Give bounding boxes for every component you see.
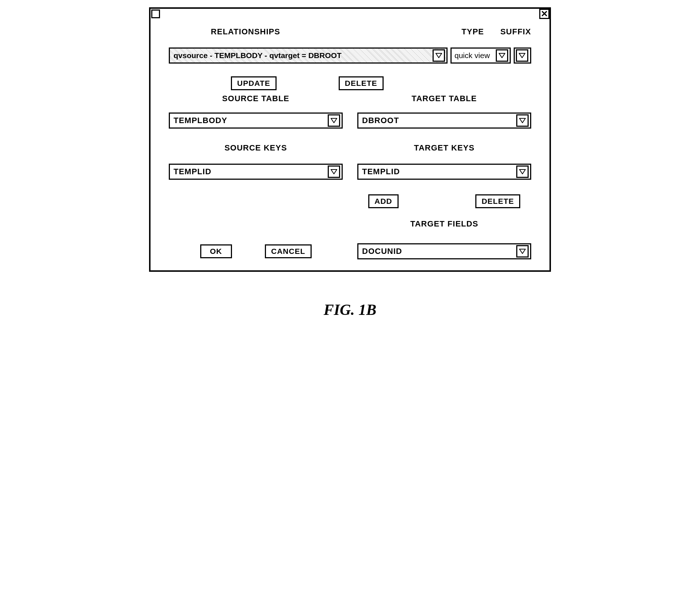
- target-fields-label: TARGET FIELDS: [357, 219, 531, 229]
- header-row: RELATIONSHIPS TYPE SUFFIX: [169, 27, 531, 37]
- source-keys-value: TEMPLID: [170, 167, 327, 176]
- bottom-row: OK CANCEL DOCUNID: [169, 243, 531, 259]
- suffix-header: SUFFIX: [500, 27, 531, 37]
- chevron-down-icon: [331, 169, 337, 174]
- svg-marker-7: [520, 249, 525, 254]
- type-dropdown-value: quick view: [452, 51, 495, 60]
- relationships-header: RELATIONSHIPS: [169, 27, 322, 37]
- source-table-dropdown[interactable]: TEMPLBODY: [169, 113, 343, 129]
- source-table-label: SOURCE TABLE: [169, 94, 343, 103]
- ok-button[interactable]: OK: [200, 244, 232, 258]
- titlebar: ✕: [151, 9, 549, 20]
- close-button[interactable]: ✕: [539, 9, 549, 19]
- svg-marker-0: [436, 53, 442, 58]
- table-dropdowns-row: TEMPLBODY DBROOT: [169, 113, 531, 129]
- dialog-buttons: OK CANCEL: [169, 243, 343, 259]
- dialog-content: RELATIONSHIPS TYPE SUFFIX qvsource - TEM…: [151, 20, 549, 270]
- target-table-label: TARGET TABLE: [357, 94, 531, 103]
- svg-marker-4: [520, 118, 525, 123]
- suffix-dropdown[interactable]: [514, 47, 531, 64]
- action-row: UPDATE DELETE: [169, 76, 531, 90]
- main-dropdown-row: qvsource - TEMPLBODY - qvtarget = DBROOT…: [169, 47, 531, 64]
- keys-labels-row: SOURCE KEYS TARGET KEYS: [169, 143, 531, 153]
- target-buttons-row: ADD DELETE: [357, 194, 531, 208]
- relationships-dropdown-arrow[interactable]: [433, 49, 445, 62]
- target-table-dropdown[interactable]: DBROOT: [357, 113, 531, 129]
- suffix-dropdown-arrow[interactable]: [516, 49, 528, 62]
- svg-marker-3: [331, 118, 337, 123]
- system-menu-icon[interactable]: [151, 9, 160, 18]
- target-table-arrow[interactable]: [516, 114, 529, 127]
- table-labels-row: SOURCE TABLE TARGET TABLE: [169, 94, 531, 103]
- source-table-value: TEMPLBODY: [170, 116, 327, 125]
- relationships-dropdown[interactable]: qvsource - TEMPLBODY - qvtarget = DBROOT: [169, 47, 448, 64]
- delete-button[interactable]: DELETE: [339, 76, 384, 90]
- relationships-dropdown-value: qvsource - TEMPLBODY - qvtarget = DBROOT: [170, 51, 432, 60]
- delete-target-button[interactable]: DELETE: [475, 194, 520, 208]
- type-dropdown[interactable]: quick view: [450, 47, 511, 64]
- svg-marker-2: [519, 53, 525, 58]
- target-keys-arrow[interactable]: [516, 165, 529, 178]
- target-keys-label: TARGET KEYS: [357, 143, 531, 153]
- chevron-down-icon: [519, 169, 526, 174]
- target-keys-value: TEMPLID: [358, 167, 516, 176]
- source-keys-label: SOURCE KEYS: [169, 143, 343, 153]
- dialog-window: ✕ RELATIONSHIPS TYPE SUFFIX qvsource - T…: [149, 7, 551, 272]
- target-actions-row: ADD DELETE: [169, 194, 531, 214]
- chevron-down-icon: [519, 118, 526, 123]
- chevron-down-icon: [499, 53, 505, 58]
- type-header: TYPE: [445, 27, 500, 37]
- update-button[interactable]: UPDATE: [231, 76, 277, 90]
- type-dropdown-arrow[interactable]: [496, 49, 508, 62]
- target-fields-arrow[interactable]: [516, 245, 529, 258]
- target-keys-dropdown[interactable]: TEMPLID: [357, 164, 531, 180]
- target-fields-label-row: TARGET FIELDS: [169, 219, 531, 236]
- close-icon: ✕: [541, 9, 548, 18]
- svg-marker-1: [499, 53, 505, 58]
- figure-caption: FIG. 1B: [7, 301, 693, 319]
- chevron-down-icon: [435, 53, 442, 58]
- svg-marker-5: [331, 169, 337, 174]
- source-table-arrow[interactable]: [328, 114, 340, 127]
- cancel-button[interactable]: CANCEL: [265, 244, 312, 258]
- svg-marker-6: [520, 169, 525, 174]
- chevron-down-icon: [519, 249, 526, 254]
- target-table-value: DBROOT: [358, 116, 516, 125]
- chevron-down-icon: [331, 118, 337, 123]
- keys-dropdowns-row: TEMPLID TEMPLID: [169, 164, 531, 180]
- add-button[interactable]: ADD: [368, 194, 399, 208]
- target-fields-value: DOCUNID: [358, 247, 516, 256]
- target-fields-dropdown[interactable]: DOCUNID: [357, 243, 531, 259]
- source-keys-dropdown[interactable]: TEMPLID: [169, 164, 343, 180]
- source-keys-arrow[interactable]: [328, 165, 340, 178]
- chevron-down-icon: [519, 53, 525, 58]
